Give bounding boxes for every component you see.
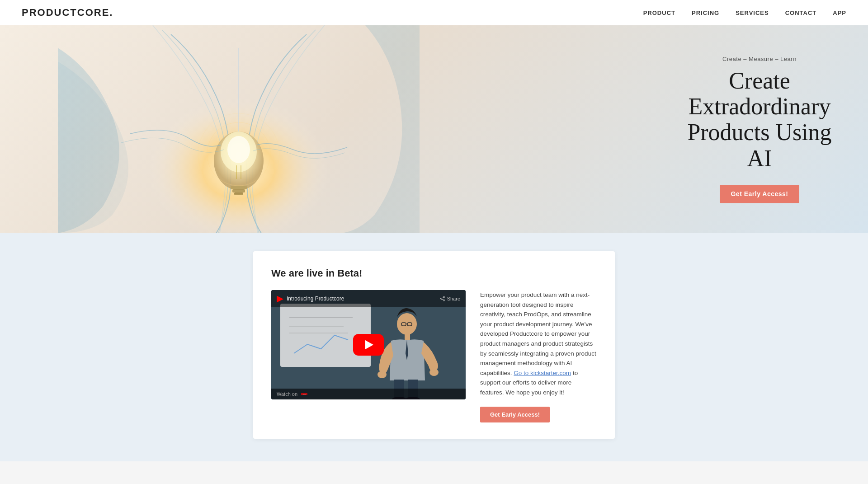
watch-on-label: Watch on xyxy=(277,391,297,397)
beta-title: We are live in Beta! xyxy=(271,267,597,279)
svg-point-29 xyxy=(440,298,442,300)
kickstarter-link[interactable]: Go to kickstarter.com xyxy=(514,370,571,376)
video-play-button[interactable] xyxy=(353,334,384,356)
nav-services[interactable]: SERVICES xyxy=(736,9,769,16)
hero-artwork xyxy=(0,25,477,233)
video-title: Introducing Productcore xyxy=(287,296,344,302)
nav-pricing[interactable]: PRICING xyxy=(692,9,719,16)
beta-inner: ▶ Introducing Productcore Share Watch xyxy=(271,290,597,422)
bottom-section xyxy=(0,461,868,484)
hero-heading: Create Extradordinary Products Using AI xyxy=(687,68,832,171)
svg-point-30 xyxy=(443,300,444,301)
nav-product[interactable]: PRODUCT xyxy=(643,9,675,16)
share-label: Share xyxy=(447,296,460,301)
video-top-bar: ▶ Introducing Productcore Share xyxy=(271,290,466,307)
svg-rect-6 xyxy=(231,186,247,189)
site-logo[interactable]: PRODUCTCORE. xyxy=(22,7,113,19)
beta-section: We are live in Beta! xyxy=(0,233,868,461)
video-thumbnail: ▶ Introducing Productcore Share Watch xyxy=(271,290,466,399)
beta-description: Empower your product team with a next-ge… xyxy=(480,290,597,398)
svg-rect-7 xyxy=(232,189,245,192)
beta-cta-button[interactable]: Get Early Access! xyxy=(480,407,550,422)
nav-app[interactable]: APP xyxy=(833,9,846,16)
svg-text:YouTube: YouTube xyxy=(303,394,306,394)
svg-rect-21 xyxy=(405,334,410,341)
share-icon xyxy=(440,296,445,301)
navbar: PRODUCTCORE. PRODUCT PRICING SERVICES CO… xyxy=(0,0,868,25)
video-bottom-bar: Watch on YouTube xyxy=(271,389,466,399)
share-button[interactable]: Share xyxy=(440,296,460,301)
youtube-logo-bottom: YouTube xyxy=(301,392,307,396)
hero-section: Create – Measure – Learn Create Extrador… xyxy=(0,25,868,233)
svg-line-31 xyxy=(442,299,443,300)
svg-point-22 xyxy=(377,371,387,378)
svg-point-23 xyxy=(429,369,439,376)
svg-point-3 xyxy=(227,136,250,163)
svg-point-28 xyxy=(443,296,444,298)
svg-line-32 xyxy=(442,297,443,298)
beta-text-content: Empower your product team with a next-ge… xyxy=(480,290,597,422)
nav-contact[interactable]: CONTACT xyxy=(785,9,817,16)
play-triangle-icon xyxy=(365,340,373,349)
hero-tagline: Create – Measure – Learn xyxy=(687,56,832,62)
nav-links: PRODUCT PRICING SERVICES CONTACT APP xyxy=(643,9,846,17)
hero-cta-button[interactable]: Get Early Access! xyxy=(720,185,799,203)
beta-container: We are live in Beta! xyxy=(253,251,615,439)
video-embed[interactable]: ▶ Introducing Productcore Share Watch xyxy=(271,290,466,399)
youtube-logo-icon: ▶ xyxy=(277,294,283,304)
hero-content: Create – Measure – Learn Create Extrador… xyxy=(687,56,832,203)
hero-illustration xyxy=(0,25,477,233)
